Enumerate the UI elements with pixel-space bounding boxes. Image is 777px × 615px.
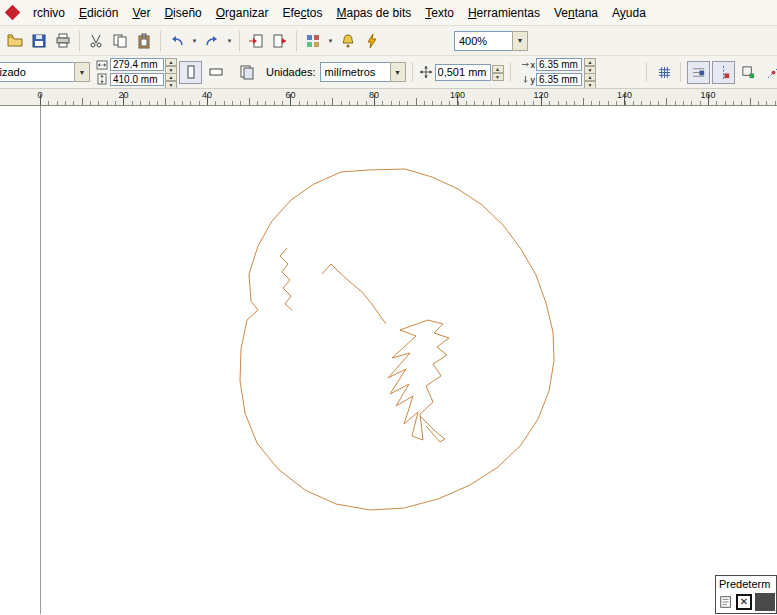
paper-width-icon	[96, 59, 108, 71]
paper-type-input[interactable]	[0, 62, 74, 82]
paper-height-icon	[96, 73, 108, 85]
spin-down-icon[interactable]: ▼	[584, 81, 596, 89]
menu-item-ventana[interactable]: Ventana	[547, 2, 605, 24]
corel-online-button[interactable]	[336, 29, 360, 53]
apply-to-all-pages-button[interactable]	[235, 61, 258, 84]
paste-button[interactable]	[132, 29, 156, 53]
ruler-tick-label: 160	[700, 90, 715, 100]
portrait-orientation-button[interactable]	[179, 61, 202, 84]
traced-lightning-tail[interactable]	[420, 416, 445, 442]
spin-up-icon[interactable]: ▲	[584, 73, 596, 81]
nudge-spinner[interactable]: ▲▼	[492, 65, 504, 79]
duplicate-x-spinner[interactable]: ▲▼	[584, 58, 596, 72]
menu-label-part: iseño	[173, 6, 202, 20]
no-fill-swatch[interactable]: ✕	[736, 594, 752, 610]
zoom-level-input[interactable]	[454, 31, 512, 51]
undo-dropdown-arrow[interactable]: ▼	[189, 30, 200, 52]
menu-label-part: exto	[431, 6, 454, 20]
redo-button[interactable]	[200, 29, 224, 53]
spin-up-icon[interactable]: ▲	[165, 73, 177, 81]
export-button[interactable]	[268, 29, 292, 53]
spin-up-icon[interactable]: ▲	[165, 58, 177, 66]
menu-item-mapas-de-bits[interactable]: Mapas de bits	[330, 2, 419, 24]
traced-inner-curve[interactable]	[322, 264, 386, 324]
horizontal-ruler[interactable]: 0 20 40 60 80 100 120 140 160	[0, 89, 777, 106]
menu-label-part: apas de bits	[347, 6, 412, 20]
dynamic-guide-icon	[766, 65, 777, 80]
property-bar: ▼ ▲▼ ▲▼ Unidades: ▼	[0, 56, 777, 89]
zoom-dropdown-button[interactable]: ▼	[512, 31, 528, 51]
snap-to-grid-button[interactable]	[687, 61, 710, 84]
redo-dropdown-arrow[interactable]: ▼	[224, 30, 235, 52]
paper-height-input[interactable]	[110, 73, 164, 86]
import-icon	[248, 33, 264, 49]
ruler-tick-label: 60	[285, 90, 295, 100]
menu-label-part: rganizar	[225, 6, 268, 20]
units-input[interactable]	[320, 62, 390, 82]
units-dropdown-button[interactable]: ▼	[390, 62, 406, 82]
duplicate-y-spinner[interactable]: ▲▼	[584, 73, 596, 87]
menu-item-texto[interactable]: Texto	[418, 2, 461, 24]
open-folder-icon	[7, 33, 23, 49]
launch-button[interactable]	[360, 29, 384, 53]
application-launcher-button[interactable]	[301, 29, 325, 53]
palette-popup-title: Predeterm	[716, 576, 776, 591]
save-button[interactable]	[27, 29, 51, 53]
paper-type-dropdown-button[interactable]: ▼	[74, 62, 90, 82]
menu-item-ayuda[interactable]: Ayuda	[605, 2, 653, 24]
duplicate-y-label: y	[531, 75, 536, 85]
landscape-orientation-button[interactable]	[204, 61, 227, 84]
menu-item-organizar[interactable]: Organizar	[209, 2, 276, 24]
color-swatch[interactable]	[755, 593, 775, 611]
ruler-tick-label: 140	[617, 90, 632, 100]
duplicate-x-input[interactable]	[536, 58, 582, 71]
duplicate-y-input[interactable]	[536, 73, 582, 86]
menu-label-part: uda	[626, 6, 646, 20]
ruler-tick-label: 0	[37, 90, 42, 100]
spin-down-icon[interactable]: ▼	[492, 73, 504, 81]
menu-item-edicion[interactable]: Edición	[72, 2, 125, 24]
undo-button[interactable]	[165, 29, 189, 53]
menu-item-efectos[interactable]: Efectos	[275, 2, 329, 24]
menu-item-diseno[interactable]: Diseño	[157, 2, 208, 24]
snap-to-objects-button[interactable]	[737, 61, 760, 84]
paper-width-spinner[interactable]: ▲▼	[165, 58, 177, 72]
snap-grid-icon	[691, 65, 706, 80]
toolbar-separator	[160, 31, 161, 51]
open-button[interactable]	[3, 29, 27, 53]
snap-to-guidelines-button[interactable]	[712, 61, 735, 84]
import-button[interactable]	[244, 29, 268, 53]
spin-down-icon[interactable]: ▼	[165, 81, 177, 89]
paper-height-spinner[interactable]: ▲▼	[165, 73, 177, 87]
coreldraw-app-icon	[5, 5, 21, 21]
print-button[interactable]	[51, 29, 75, 53]
paper-size-group: ▲▼ ▲▼	[96, 58, 177, 87]
propbar-separator	[510, 62, 511, 82]
scissors-icon	[88, 33, 104, 49]
launcher-dropdown-arrow[interactable]: ▼	[325, 30, 336, 52]
nudge-offset-input[interactable]	[435, 64, 491, 81]
traced-profile-detail[interactable]	[280, 248, 292, 310]
spin-up-icon[interactable]: ▲	[584, 58, 596, 66]
ruler-tick-label: 100	[450, 90, 465, 100]
traced-blob-outline[interactable]	[240, 169, 554, 510]
menu-label-part: E	[79, 6, 87, 20]
paper-type-combo: ▼	[0, 62, 90, 82]
drawing-canvas[interactable]: Predeterm ✕	[0, 106, 777, 614]
dynamic-guides-button[interactable]	[762, 61, 777, 84]
spin-up-icon[interactable]: ▲	[492, 65, 504, 73]
ruler-tick-label: 80	[369, 90, 379, 100]
palette-options-icon[interactable]	[719, 595, 733, 609]
paper-width-input[interactable]	[110, 58, 164, 71]
zoom-level-combo: ▼	[454, 31, 528, 51]
cut-button[interactable]	[84, 29, 108, 53]
grid-toggle-button[interactable]	[653, 61, 676, 84]
menu-item-ver[interactable]: Ver	[125, 2, 157, 24]
menu-item-archivo[interactable]: rchivo	[26, 2, 72, 24]
copy-button[interactable]	[108, 29, 132, 53]
menu-label-part: n	[568, 6, 575, 20]
menu-item-herramientas[interactable]: Herramientas	[461, 2, 547, 24]
snap-object-icon	[741, 65, 756, 80]
traced-lightning-shape[interactable]	[388, 320, 449, 440]
copy-pages-icon	[112, 33, 128, 49]
